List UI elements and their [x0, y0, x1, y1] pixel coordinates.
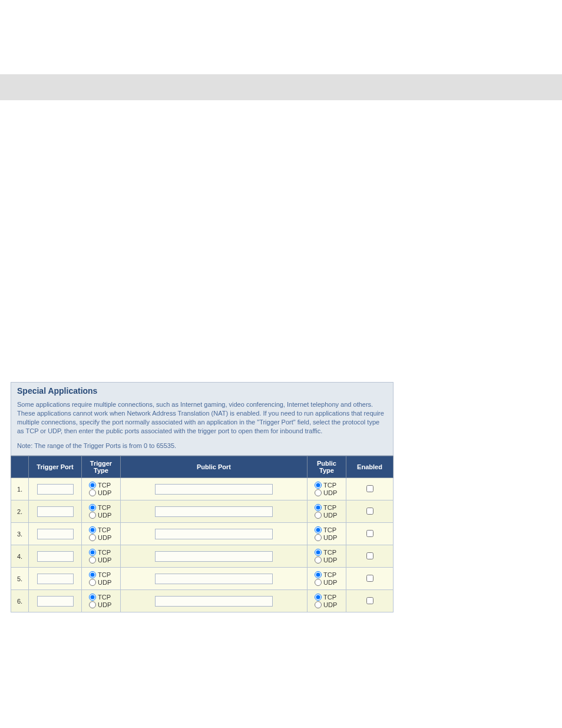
enabled-checkbox[interactable] [366, 552, 373, 559]
trigger-type-radio[interactable] [89, 534, 96, 541]
public-type-radio[interactable] [315, 601, 322, 608]
trigger-type-label: TCP [98, 482, 111, 489]
cell-public-port [121, 500, 308, 523]
trigger-type-option[interactable]: TCP [89, 594, 111, 601]
header-enabled: Enabled [346, 456, 394, 478]
trigger-port-input[interactable] [37, 529, 74, 539]
row-number: 4. [11, 545, 29, 568]
trigger-type-option[interactable]: TCP [89, 571, 111, 578]
public-type-option[interactable]: TCP [315, 526, 336, 533]
public-port-input[interactable] [155, 529, 273, 539]
cell-enabled [346, 590, 394, 612]
trigger-type-label: UDP [98, 556, 111, 564]
public-type-radio[interactable] [315, 512, 322, 519]
trigger-type-option[interactable]: TCP [89, 549, 111, 556]
table-row: 3.TCPUDPTCPUDP [11, 523, 394, 545]
public-type-option[interactable]: TCP [315, 549, 336, 556]
table-row: 2.TCPUDPTCPUDP [11, 500, 394, 523]
enabled-checkbox[interactable] [366, 485, 373, 492]
trigger-type-option[interactable]: UDP [89, 489, 111, 496]
trigger-type-option[interactable]: TCP [89, 504, 111, 511]
trigger-port-input[interactable] [37, 574, 74, 584]
public-port-input[interactable] [155, 484, 273, 495]
public-type-label: UDP [323, 534, 337, 541]
trigger-type-radio[interactable] [89, 526, 96, 533]
public-type-label: TCP [323, 526, 336, 533]
public-port-input[interactable] [155, 506, 273, 517]
public-type-radio[interactable] [315, 556, 322, 564]
public-type-option[interactable]: UDP [315, 556, 337, 564]
panel: Special Applications Some applications r… [11, 382, 394, 456]
public-port-input[interactable] [155, 574, 273, 584]
public-type-option[interactable]: TCP [315, 571, 336, 578]
enabled-checkbox[interactable] [366, 530, 373, 537]
public-type-option[interactable]: TCP [315, 482, 336, 489]
public-type-option[interactable]: UDP [315, 489, 337, 496]
public-type-option[interactable]: UDP [315, 512, 337, 519]
public-port-input[interactable] [155, 596, 273, 607]
public-type-radio[interactable] [315, 549, 322, 556]
trigger-type-option[interactable]: UDP [89, 601, 111, 608]
public-type-radio[interactable] [315, 579, 322, 586]
trigger-type-radio[interactable] [89, 489, 96, 496]
trigger-type-radio[interactable] [89, 512, 96, 519]
public-type-radio[interactable] [315, 534, 322, 541]
cell-public-port [121, 545, 308, 568]
trigger-type-radio[interactable] [89, 601, 96, 608]
public-type-radio[interactable] [315, 504, 322, 511]
public-type-option[interactable]: UDP [315, 601, 337, 608]
public-type-option[interactable]: UDP [315, 534, 337, 541]
special-applications-table: Trigger Port Trigger Type Public Port Pu… [11, 456, 394, 612]
public-type-option[interactable]: TCP [315, 504, 336, 511]
trigger-type-radio[interactable] [89, 482, 96, 489]
trigger-type-option[interactable]: UDP [89, 579, 111, 586]
trigger-type-option[interactable]: TCP [89, 526, 111, 533]
trigger-port-input[interactable] [37, 551, 74, 562]
public-type-radio[interactable] [315, 526, 322, 533]
trigger-type-radio[interactable] [89, 549, 96, 556]
public-type-radio[interactable] [315, 482, 322, 489]
panel-description: Some applications require multiple conne… [11, 398, 393, 440]
public-type-radio[interactable] [315, 571, 322, 578]
cell-enabled [346, 523, 394, 545]
public-port-input[interactable] [155, 551, 273, 562]
trigger-type-radio[interactable] [89, 594, 96, 601]
enabled-checkbox[interactable] [366, 597, 373, 604]
trigger-type-option[interactable]: UDP [89, 534, 111, 541]
trigger-port-input[interactable] [37, 484, 74, 495]
row-number: 3. [11, 523, 29, 545]
public-type-label: TCP [323, 504, 336, 511]
trigger-type-radio[interactable] [89, 504, 96, 511]
public-type-radio[interactable] [315, 489, 322, 496]
enabled-checkbox[interactable] [366, 508, 373, 515]
cell-trigger-type: TCPUDP [82, 478, 121, 500]
trigger-type-label: TCP [98, 571, 111, 578]
cell-trigger-port [29, 590, 82, 612]
trigger-type-radio[interactable] [89, 556, 96, 564]
table-row: 1.TCPUDPTCPUDP [11, 478, 394, 500]
trigger-type-option[interactable]: UDP [89, 512, 111, 519]
trigger-type-radio[interactable] [89, 579, 96, 586]
cell-public-type: TCPUDP [308, 568, 346, 590]
public-type-label: UDP [323, 601, 337, 608]
public-type-label: TCP [323, 549, 336, 556]
table-row: 5.TCPUDPTCPUDP [11, 568, 394, 590]
public-type-option[interactable]: TCP [315, 594, 336, 601]
trigger-type-label: UDP [98, 489, 111, 496]
trigger-port-input[interactable] [37, 506, 74, 517]
trigger-port-input[interactable] [37, 596, 74, 607]
enabled-checkbox[interactable] [366, 575, 373, 582]
cell-trigger-port [29, 568, 82, 590]
trigger-type-radio[interactable] [89, 571, 96, 578]
panel-note: Note: The range of the Trigger Ports is … [11, 440, 393, 455]
table-row: 6.TCPUDPTCPUDP [11, 590, 394, 612]
cell-public-port [121, 478, 308, 500]
cell-public-port [121, 568, 308, 590]
trigger-type-option[interactable]: UDP [89, 556, 111, 564]
public-type-radio[interactable] [315, 594, 322, 601]
trigger-type-option[interactable]: TCP [89, 482, 111, 489]
row-number: 5. [11, 568, 29, 590]
table-row: 4.TCPUDPTCPUDP [11, 545, 394, 568]
row-number: 1. [11, 478, 29, 500]
public-type-option[interactable]: UDP [315, 579, 337, 586]
